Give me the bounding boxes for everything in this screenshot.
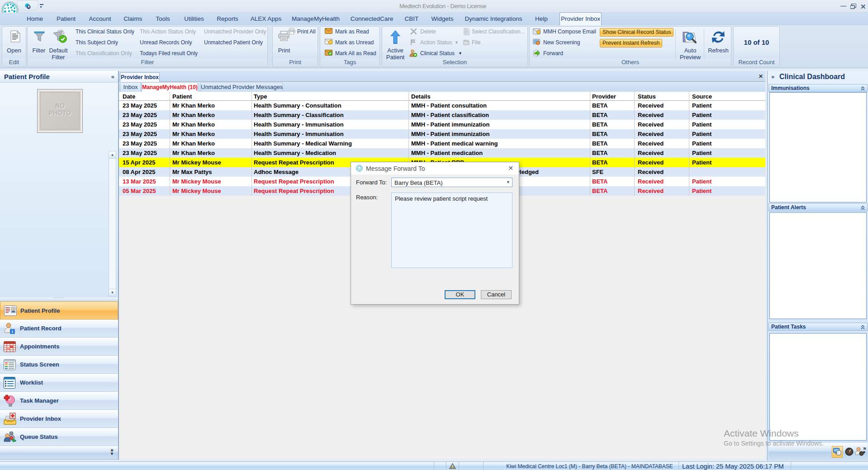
svg-text:i: i: [12, 329, 13, 334]
